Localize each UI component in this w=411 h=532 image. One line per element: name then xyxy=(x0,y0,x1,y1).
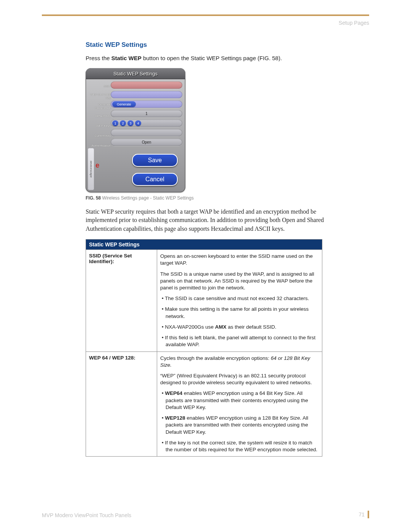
footer-left: MVP Modero ViewPoint Touch Panels xyxy=(42,512,131,518)
desc-ssid: Opens an on-screen keyboard to enter the… xyxy=(157,250,322,351)
devicescape-logo-icon: e xyxy=(96,161,99,169)
term-ssid: SSID (Service Set Identifier): xyxy=(86,250,157,351)
side-strip: devicescape xyxy=(88,148,94,190)
default-key-field[interactable]: 1 xyxy=(111,110,182,117)
wep-b1-post: enables WEP encryption using a 64 Bit Ke… xyxy=(166,390,308,410)
figure-label: FIG. 58 xyxy=(86,195,101,201)
wep-bullet-3: If the key is not the correct size, the … xyxy=(160,439,319,453)
ssid-bullet-3: NXA-WAP200Gs use AMX as their default SS… xyxy=(160,324,319,331)
wep-key-3[interactable]: 3 xyxy=(127,120,134,126)
ssid-p2: The SSID is a unique name used by the WA… xyxy=(160,271,319,292)
page-number: 71 xyxy=(358,511,369,518)
ssid-field[interactable] xyxy=(111,81,182,89)
side-strip-text: devicescape xyxy=(89,161,93,177)
wep-p1-pre: Cycles through the available encryption … xyxy=(160,355,271,361)
intro-post: button to open the Static WEP Settings p… xyxy=(142,55,282,61)
widget-body: SSID WEP 64 / WEP 128 Generate Passphras… xyxy=(86,79,185,149)
widget-labels-column: SSID WEP 64 / WEP 128 Generate Passphras… xyxy=(87,81,111,149)
body-paragraph: Static WEP security requires that both a… xyxy=(86,208,325,233)
save-button[interactable]: Save xyxy=(132,154,178,167)
table-header: Static WEP Settings xyxy=(86,240,322,250)
label-default-key: Default Key xyxy=(87,112,111,120)
label-wep: WEP 64 / WEP 128 xyxy=(87,93,111,100)
header-section-label: Setup Pages xyxy=(42,20,369,26)
content: Static WEP Settings Press the Static WEP… xyxy=(86,41,325,457)
desc-wep: Cycles through the available encryption … xyxy=(157,351,322,457)
figure-caption-text: Wireless Settings page - Static WEP Sett… xyxy=(101,195,194,201)
generate-row: Generate xyxy=(111,101,182,108)
wep-bullet-1: WEP64 enables WEP encryption using a 64 … xyxy=(160,390,319,411)
ssid-bullet-1: The SSID is case sensitive and must not … xyxy=(160,295,319,302)
widget-title: Static WEP Settings xyxy=(86,68,185,79)
table-row: WEP 64 / WEP 128: Cycles through the ava… xyxy=(86,351,322,457)
label-ssid: SSID xyxy=(87,83,111,90)
widget-fields-column: Generate 1 1 2 3 4 Open xyxy=(111,81,182,149)
wep-key-2[interactable]: 2 xyxy=(120,120,126,126)
ssid-b3-post: as their default SSID. xyxy=(226,324,276,330)
wep-p2: “WEP” (Wired Equivalent Privacy) is an 8… xyxy=(160,372,319,386)
wep-b2-bold: WEP128 xyxy=(165,415,185,421)
label-wep-keys: WEP Keys xyxy=(87,122,111,129)
term-wep: WEP 64 / WEP 128: xyxy=(86,351,157,457)
wep-bullet-2: WEP128 enables WEP encryption using a 12… xyxy=(160,415,319,436)
wep-b1-bold: WEP64 xyxy=(165,390,182,396)
figure-caption: FIG. 58 Wireless Settings page - Static … xyxy=(86,195,325,201)
ssid-p1: Opens an on-screen keyboard to enter the… xyxy=(160,253,319,267)
wep-key-1[interactable]: 1 xyxy=(112,120,118,126)
top-rule xyxy=(42,14,369,16)
wep-p1: Cycles through the available encryption … xyxy=(160,355,319,369)
intro-pre: Press the xyxy=(86,55,112,61)
section-heading: Static WEP Settings xyxy=(86,41,325,49)
auth-field[interactable]: Open xyxy=(111,139,182,146)
ssid-bullet-4: If this field is left blank, the panel w… xyxy=(160,334,319,348)
footer: MVP Modero ViewPoint Touch Panels 71 xyxy=(42,511,369,518)
wep-b2-post: enables WEP encryption using a 128 Bit K… xyxy=(166,415,308,435)
current-key-field[interactable] xyxy=(111,129,182,136)
ssid-b3-pre: NXA-WAP200Gs use xyxy=(165,324,215,330)
table-row: SSID (Service Set Identifier): Opens an … xyxy=(86,250,322,351)
label-generate: Generate Passphrase xyxy=(87,102,111,110)
intro-paragraph: Press the Static WEP button to open the … xyxy=(86,54,325,62)
settings-table: Static WEP Settings SSID (Service Set Id… xyxy=(86,239,322,457)
intro-bold: Static WEP xyxy=(112,55,142,61)
static-wep-widget: Static WEP Settings SSID WEP 64 / WEP 12… xyxy=(86,68,185,192)
wep-field[interactable] xyxy=(111,91,182,98)
page: Setup Pages Static WEP Settings Press th… xyxy=(0,0,411,532)
generate-button[interactable]: Generate xyxy=(112,101,136,107)
ssid-b3-bold: AMX xyxy=(215,324,226,330)
label-current-key: Current Key xyxy=(87,132,111,139)
wep-key-4[interactable]: 4 xyxy=(135,120,141,126)
wep-keys-row: 1 2 3 4 xyxy=(111,120,182,127)
table-header-row: Static WEP Settings xyxy=(86,240,322,250)
ssid-bullet-2: Make sure this setting is the same for a… xyxy=(160,306,319,320)
cancel-button[interactable]: Cancel xyxy=(132,173,178,186)
